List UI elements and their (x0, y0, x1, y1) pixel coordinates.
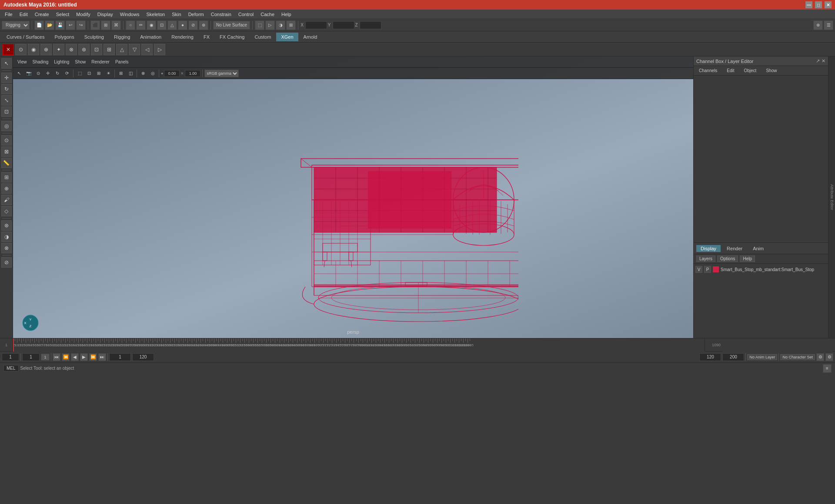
vp-menu-show[interactable]: Show (72, 59, 88, 65)
timeline-end-input[interactable] (699, 353, 721, 361)
play-forward-btn[interactable]: ▶ (80, 353, 88, 361)
channel-tab-show[interactable]: Show (762, 67, 780, 74)
shelf-icon-13[interactable]: ▷ (154, 44, 165, 55)
menu-cache[interactable]: Cache (257, 11, 277, 18)
select-tool-btn[interactable]: ↖ (1, 58, 12, 69)
menu-constrain[interactable]: Constrain (208, 11, 234, 18)
tab-fx-caching[interactable]: FX Caching (215, 33, 249, 41)
viewport-panel[interactable]: View Shading Lighting Show Renderer Pane… (13, 56, 693, 338)
goto-end-btn[interactable]: ⏭ (98, 353, 106, 361)
lattice-btn[interactable]: ⊡ (157, 20, 167, 30)
menu-skeleton[interactable]: Skeleton (143, 11, 168, 18)
vp-select-btn[interactable]: ↖ (15, 69, 23, 78)
undo-btn[interactable]: ↩ (66, 20, 75, 30)
vp-dolly-btn[interactable]: ⊙ (34, 69, 43, 78)
minimize-button[interactable]: — (805, 1, 812, 8)
render-region-btn[interactable]: ⊞ (286, 20, 296, 30)
vp-texture-btn[interactable]: ⊞ (94, 69, 103, 78)
script-editor-btn[interactable]: ≡ (823, 364, 832, 373)
menu-windows[interactable]: Windows (117, 11, 143, 18)
attribute-editor-tab[interactable]: Attribute Editor (828, 56, 835, 338)
render-settings-btn[interactable]: ⬚ (255, 20, 264, 30)
vp-track-btn[interactable]: ✛ (43, 69, 52, 78)
paint-btn[interactable]: 🖌 (1, 195, 12, 205)
channel-box-float-btn[interactable]: ↗ (816, 58, 820, 64)
tab-sculpting[interactable]: Sculpting (80, 33, 109, 41)
layers-menu[interactable]: Layers (696, 255, 715, 262)
menu-edit[interactable]: Edit (17, 11, 31, 18)
cb-tab-anim[interactable]: Anim (748, 245, 768, 252)
shelf-icon-10[interactable]: △ (116, 44, 127, 55)
render-btn[interactable]: ◑ (1, 232, 12, 242)
vp-menu-view[interactable]: View (15, 59, 30, 65)
channel-tab-object[interactable]: Object (741, 67, 760, 74)
hypergraph-btn[interactable]: ⊕ (1, 183, 12, 194)
tab-polygons[interactable]: Polygons (50, 33, 79, 41)
cb-tab-display[interactable]: Display (696, 245, 721, 252)
snap-to-curve-btn[interactable]: ⌘ (111, 20, 121, 30)
menu-display[interactable]: Display (94, 11, 116, 18)
soft-mod-btn[interactable]: ◉ (147, 20, 156, 30)
cluster-btn[interactable]: △ (167, 20, 177, 30)
tab-arnold[interactable]: Arnold (299, 33, 322, 41)
frame-checkbox[interactable]: 1 (41, 354, 50, 361)
timeline-track[interactable]: 5101520253035404550556065707580859095100… (13, 338, 705, 351)
vp-grid-btn[interactable]: ⊞ (117, 69, 125, 78)
shelf-icon-9[interactable]: ⊞ (104, 44, 115, 55)
goto-start-btn[interactable]: ⏮ (53, 353, 60, 361)
prefs-btn[interactable]: ⚙ (825, 353, 833, 361)
bind-skin-btn[interactable]: ⊛ (199, 20, 208, 30)
save-scene-btn[interactable]: 💾 (55, 20, 65, 30)
menu-control[interactable]: Control (235, 11, 257, 18)
maximize-button[interactable]: □ (815, 1, 822, 8)
menu-file[interactable]: File (2, 11, 16, 18)
menu-modify[interactable]: Modify (73, 11, 93, 18)
ik-btn[interactable]: ⊘ (188, 20, 198, 30)
layer-visibility-btn[interactable]: V (695, 266, 702, 273)
snap-align-btn[interactable]: ⊠ (1, 146, 12, 157)
char-set-options-btn[interactable]: ⚙ (816, 353, 824, 361)
open-scene-btn[interactable]: 📂 (45, 20, 54, 30)
vp-color-mode-dropdown[interactable]: sRGB gamma (204, 70, 239, 77)
vp-menu-panels[interactable]: Panels (113, 59, 131, 65)
vp-tumble-btn[interactable]: ⟳ (63, 69, 71, 78)
last-tool-btn[interactable]: ⊡ (1, 106, 12, 117)
menu-help[interactable]: Help (278, 11, 294, 18)
new-scene-btn[interactable]: 📄 (34, 20, 44, 30)
hotbox-btn[interactable]: ⊕ (813, 20, 823, 30)
create-node-btn[interactable]: ⊞ (1, 172, 12, 182)
show-manip-btn[interactable]: ⊙ (1, 135, 12, 146)
no-character-set-btn[interactable]: No Character Set (780, 354, 815, 360)
shelf-icon-3[interactable]: ◉ (28, 44, 39, 55)
menu-create[interactable]: Create (32, 11, 52, 18)
vp-wireframe-btn[interactable]: ⬚ (75, 69, 84, 78)
menu-skin[interactable]: Skin (169, 11, 184, 18)
scale-tool-btn[interactable]: ⤡ (1, 95, 12, 106)
current-frame-input[interactable] (2, 353, 19, 361)
tab-custom[interactable]: Custom (250, 33, 276, 41)
joint-btn[interactable]: ● (178, 20, 187, 30)
tab-rigging[interactable]: Rigging (109, 33, 135, 41)
shelf-icon-5[interactable]: ✦ (53, 44, 64, 55)
3d-model-view[interactable] (13, 79, 693, 338)
shelf-icon-4[interactable]: ⊕ (40, 44, 52, 55)
menu-select[interactable]: Select (53, 11, 73, 18)
shelf-icon-2[interactable]: ⊙ (15, 44, 27, 55)
ipr-render-btn[interactable]: ◑ (276, 20, 285, 30)
layer-playback-btn[interactable]: P (704, 266, 711, 273)
soft-select-btn[interactable]: ◎ (1, 121, 12, 131)
cb-tab-render[interactable]: Render (722, 245, 747, 252)
channel-tab-channels[interactable]: Channels (695, 67, 721, 74)
timeline-right-track[interactable] (722, 338, 832, 351)
shelf-icon-6[interactable]: ⊗ (66, 44, 77, 55)
step-back-btn[interactable]: ⏪ (62, 353, 70, 361)
range-start-input[interactable] (109, 353, 131, 361)
redo-btn[interactable]: ↪ (76, 20, 86, 30)
no-anim-layer-btn[interactable]: No Anim Layer (747, 354, 777, 360)
vp-hud-btn[interactable]: ◫ (126, 69, 135, 78)
vp-orbit-btn[interactable]: ↻ (53, 69, 62, 78)
shelf-icon-8[interactable]: ⊡ (91, 44, 102, 55)
close-button[interactable]: ✕ (825, 1, 832, 8)
shelf-icon-11[interactable]: ▽ (129, 44, 140, 55)
z-input[interactable] (360, 21, 381, 29)
